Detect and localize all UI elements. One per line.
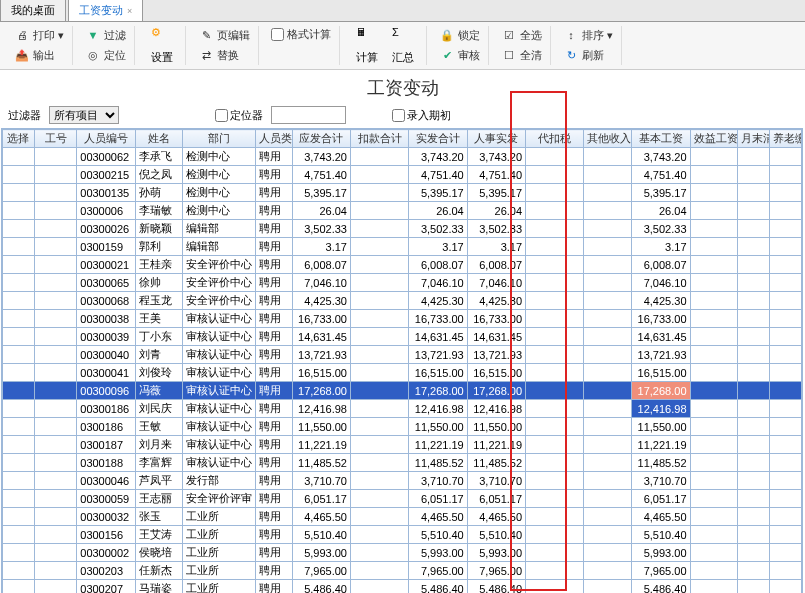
table-row[interactable]: 00300068程玉龙安全评价中心聘用4,425.304,425.304,425… bbox=[3, 292, 802, 310]
col-type[interactable]: 人员类别 bbox=[255, 130, 292, 148]
locator-toggle[interactable]: 定位器 bbox=[215, 108, 263, 123]
swap-icon: ⇄ bbox=[198, 47, 214, 63]
col-month-adj[interactable]: 月末清欠 bbox=[738, 130, 770, 148]
locator-checkbox[interactable] bbox=[215, 109, 228, 122]
lock-icon: 🔒 bbox=[439, 27, 455, 43]
table-row[interactable]: 0300207马瑞姿工业所聘用5,486.405,486.405,486.405… bbox=[3, 580, 802, 594]
audit-button[interactable]: ✔审核 bbox=[437, 46, 482, 64]
col-tax[interactable]: 代扣税 bbox=[526, 130, 584, 148]
col-name[interactable]: 姓名 bbox=[135, 130, 183, 148]
refresh-icon: ↻ bbox=[563, 47, 579, 63]
col-hr-net[interactable]: 人事实发 bbox=[467, 130, 525, 148]
clear-all-button[interactable]: ☐全清 bbox=[499, 46, 544, 64]
calc-button[interactable]: 🖩计算 bbox=[350, 24, 384, 67]
output-button[interactable]: 📤输出 bbox=[12, 46, 66, 64]
table-row[interactable]: 00300059王志丽安全评价评审聘用6,051.176,051.176,051… bbox=[3, 490, 802, 508]
filter-select[interactable]: 所有项目 bbox=[49, 106, 119, 124]
filter-label: 过滤器 bbox=[8, 108, 41, 123]
col-other[interactable]: 其他收入 bbox=[584, 130, 632, 148]
table-row[interactable]: 00300002侯晓培工业所聘用5,993.005,993.005,993.00… bbox=[3, 544, 802, 562]
format-calc-checkbox[interactable] bbox=[271, 28, 284, 41]
table-row[interactable]: 00300215倪之凤检测中心聘用4,751.404,751.404,751.4… bbox=[3, 166, 802, 184]
col-dept[interactable]: 部门 bbox=[183, 130, 255, 148]
table-row[interactable]: 00300038王美审核认证中心聘用16,733.0016,733.0016,7… bbox=[3, 310, 802, 328]
table-row[interactable]: 00300026新晓颖编辑部聘用3,502.333,502.333,502.33… bbox=[3, 220, 802, 238]
page-title: 工资变动 bbox=[0, 70, 805, 104]
pencil-icon: ✎ bbox=[198, 27, 214, 43]
clear-icon: ☐ bbox=[501, 47, 517, 63]
table-row[interactable]: 00300041刘俊玲审核认证中心聘用16,515.0016,515.0016,… bbox=[3, 364, 802, 382]
locate-button[interactable]: ◎定位 bbox=[83, 46, 128, 64]
gear-icon: ⚙ bbox=[151, 26, 173, 48]
table-row[interactable]: 00300021王桂亲安全评价中心聘用6,008.076,008.076,008… bbox=[3, 256, 802, 274]
table-row[interactable]: 00300135孙萌检测中心聘用5,395.175,395.175,395.17… bbox=[3, 184, 802, 202]
locator-input[interactable] bbox=[271, 106, 346, 124]
col-emp-no[interactable]: 人员编号 bbox=[77, 130, 135, 148]
summary-button[interactable]: Σ汇总 bbox=[386, 24, 420, 67]
close-icon[interactable]: × bbox=[127, 6, 132, 16]
funnel-icon: ▼ bbox=[85, 27, 101, 43]
import-period-checkbox[interactable] bbox=[392, 109, 405, 122]
tab-desktop[interactable]: 我的桌面 bbox=[0, 0, 66, 21]
tab-payroll[interactable]: 工资变动× bbox=[68, 0, 143, 21]
col-deduct[interactable]: 扣款合计 bbox=[350, 130, 408, 148]
col-pension[interactable]: 养老缴 bbox=[770, 130, 802, 148]
data-grid[interactable]: 选择 工号 人员编号 姓名 部门 人员类别 应发合计 扣款合计 实发合计 人事实… bbox=[1, 128, 803, 593]
filter-button[interactable]: ▼过滤 bbox=[83, 26, 128, 44]
table-row[interactable]: 0300203任新杰工业所聘用7,965.007,965.007,965.007… bbox=[3, 562, 802, 580]
replace-button[interactable]: ⇄替换 bbox=[196, 46, 252, 64]
import-period-toggle[interactable]: 录入期初 bbox=[392, 108, 451, 123]
select-all-button[interactable]: ☑全选 bbox=[499, 26, 544, 44]
settings-button[interactable]: ⚙设置 bbox=[145, 24, 179, 67]
target-icon: ◎ bbox=[85, 47, 101, 63]
table-row[interactable]: 00300062李承飞检测中心聘用3,743.203,743.203,743.2… bbox=[3, 148, 802, 166]
table-row[interactable]: 00300046芦凤平发行部聘用3,710.703,710.703,710.70… bbox=[3, 472, 802, 490]
check-icon: ✔ bbox=[439, 47, 455, 63]
col-base[interactable]: 基本工资 bbox=[632, 130, 690, 148]
table-row[interactable]: 00300186刘民庆审核认证中心聘用12,416.9812,416.9812,… bbox=[3, 400, 802, 418]
col-net[interactable]: 实发合计 bbox=[409, 130, 467, 148]
table-row[interactable]: 0300156王艾涛工业所聘用5,510.405,510.405,510.405… bbox=[3, 526, 802, 544]
table-row[interactable]: 00300039丁小东审核认证中心聘用14,631.4514,631.4514,… bbox=[3, 328, 802, 346]
table-row[interactable]: 0300188李富辉审核认证中心聘用11,485.5211,485.5211,4… bbox=[3, 454, 802, 472]
table-row[interactable]: 00300096冯薇审核认证中心聘用17,268.0017,268.0017,2… bbox=[3, 382, 802, 400]
format-calc-toggle[interactable]: 格式计算 bbox=[269, 26, 333, 43]
refresh-button[interactable]: ↻刷新 bbox=[561, 46, 615, 64]
print-button[interactable]: 🖨打印▾ bbox=[12, 26, 66, 44]
table-row[interactable]: 0300186王敏审核认证中心聘用11,550.0011,550.0011,55… bbox=[3, 418, 802, 436]
export-icon: 📤 bbox=[14, 47, 30, 63]
filter-bar: 过滤器 所有项目 定位器 录入期初 bbox=[0, 104, 805, 128]
table-row[interactable]: 00300032张玉工业所聘用4,465.504,465.504,465.504… bbox=[3, 508, 802, 526]
toolbar: 🖨打印▾ 📤输出 ▼过滤 ◎定位 ⚙设置 ✎页编辑 ⇄替换 格式计算 🖩计算 Σ… bbox=[0, 22, 805, 70]
col-benefit[interactable]: 效益工资 bbox=[690, 130, 738, 148]
header-row: 选择 工号 人员编号 姓名 部门 人员类别 应发合计 扣款合计 实发合计 人事实… bbox=[3, 130, 802, 148]
table-row[interactable]: 0300187刘月来审核认证中心聘用11,221.1911,221.1911,2… bbox=[3, 436, 802, 454]
lock-button[interactable]: 🔒锁定 bbox=[437, 26, 482, 44]
sort-icon: ↕ bbox=[563, 27, 579, 43]
col-select[interactable]: 选择 bbox=[3, 130, 35, 148]
col-gross[interactable]: 应发合计 bbox=[292, 130, 350, 148]
table-row[interactable]: 00300040刘青审核认证中心聘用13,721.9313,721.9313,7… bbox=[3, 346, 802, 364]
printer-icon: 🖨 bbox=[14, 27, 30, 43]
page-edit-button[interactable]: ✎页编辑 bbox=[196, 26, 252, 44]
tab-bar: 我的桌面 工资变动× bbox=[0, 0, 805, 22]
calculator-icon: 🖩 bbox=[356, 26, 378, 48]
selectall-icon: ☑ bbox=[501, 27, 517, 43]
table-row[interactable]: 0300006李瑞敏检测中心聘用26.0426.0426.0426.04 bbox=[3, 202, 802, 220]
col-work-no[interactable]: 工号 bbox=[34, 130, 76, 148]
sigma-icon: Σ bbox=[392, 26, 414, 48]
sort-button[interactable]: ↕排序▾ bbox=[561, 26, 615, 44]
table-row[interactable]: 00300065徐帅安全评价中心聘用7,046.107,046.107,046.… bbox=[3, 274, 802, 292]
table-row[interactable]: 0300159郭利编辑部聘用3.173.173.173.17 bbox=[3, 238, 802, 256]
